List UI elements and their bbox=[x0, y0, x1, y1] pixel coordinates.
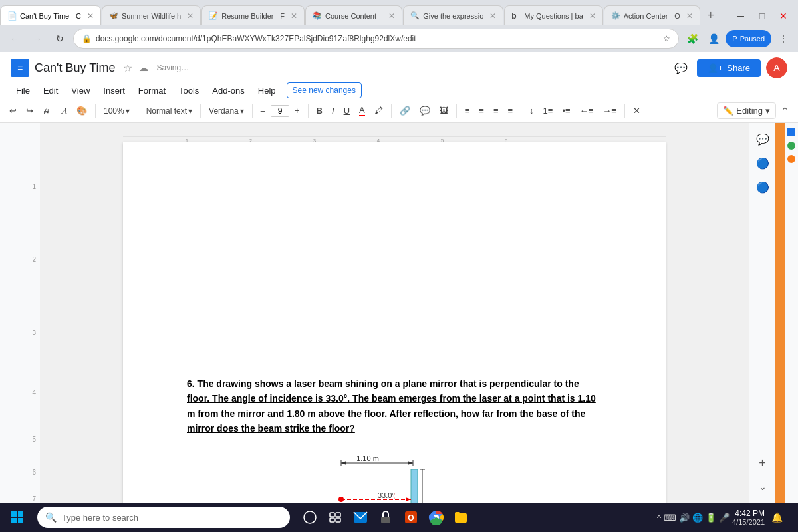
tray-sound[interactable]: 🔊 bbox=[679, 513, 690, 523]
clock[interactable]: 4:42 PM 4/15/2021 bbox=[732, 509, 765, 526]
undo-button[interactable]: ↩ bbox=[5, 103, 21, 118]
line-spacing-button[interactable]: ↕ bbox=[525, 103, 538, 118]
refresh-button[interactable]: ↻ bbox=[51, 29, 69, 48]
show-desktop-button[interactable] bbox=[789, 505, 793, 529]
see-new-changes-button[interactable]: See new changes bbox=[287, 82, 362, 98]
minimize-button[interactable]: ─ bbox=[732, 7, 750, 25]
editing-dropdown[interactable]: ✏️ Editing ▾ bbox=[717, 102, 776, 119]
tab-close-7[interactable]: ✕ bbox=[684, 11, 693, 21]
font-size-input[interactable]: 9 bbox=[271, 105, 289, 117]
increase-indent-button[interactable]: →≡ bbox=[598, 103, 620, 118]
comment-button[interactable]: 💬 bbox=[670, 57, 692, 78]
url-bar[interactable]: 🔒 docs.google.com/document/d/1pQhEBaWXYW… bbox=[73, 29, 679, 49]
tray-network[interactable]: 🌐 bbox=[692, 513, 703, 523]
print-button[interactable]: 🖨 bbox=[39, 103, 55, 118]
taskbar-chrome[interactable] bbox=[424, 505, 448, 529]
tab-cant-buy-time[interactable]: 📄 Can't Buy Time - C ✕ bbox=[0, 5, 101, 25]
taskbar-lock[interactable] bbox=[374, 505, 398, 529]
taskbar-task-view[interactable] bbox=[323, 505, 347, 529]
tab-close-2[interactable]: ✕ bbox=[184, 11, 194, 21]
profile-button[interactable]: 👤 bbox=[704, 29, 723, 48]
menu-addons[interactable]: Add-ons bbox=[207, 83, 249, 98]
tab-close-3[interactable]: ✕ bbox=[288, 11, 297, 21]
font-size-minus[interactable]: – bbox=[257, 103, 269, 118]
italic-button[interactable]: I bbox=[328, 103, 338, 118]
spellcheck-button[interactable]: 𝓐 bbox=[57, 103, 71, 119]
comment-thread-button[interactable]: 💬 bbox=[753, 130, 772, 148]
tab-close-6[interactable]: ✕ bbox=[587, 11, 596, 21]
new-tab-button[interactable]: + bbox=[701, 5, 721, 25]
expand-button[interactable]: ⌃ bbox=[777, 103, 793, 118]
taskbar-mail[interactable] bbox=[348, 505, 372, 529]
redo-button[interactable]: ↪ bbox=[22, 103, 37, 118]
sidebar-expand[interactable]: ⌄ bbox=[753, 477, 772, 496]
menu-help[interactable]: Help bbox=[253, 83, 281, 98]
menu-tools[interactable]: Tools bbox=[174, 83, 204, 98]
menu-edit[interactable]: Edit bbox=[38, 83, 63, 98]
sidebar-add-button[interactable]: + bbox=[753, 454, 772, 472]
taskbar-search[interactable]: 🔍 Type here to search bbox=[37, 507, 290, 528]
tray-keyboard[interactable]: ⌨ bbox=[664, 513, 676, 523]
bold-button[interactable]: B bbox=[313, 103, 327, 118]
menu-file[interactable]: File bbox=[11, 83, 35, 98]
comment-inline-button[interactable]: 💬 bbox=[416, 103, 434, 118]
menu-insert[interactable]: Insert bbox=[98, 83, 130, 98]
tab-close-5[interactable]: ✕ bbox=[487, 11, 496, 21]
tray-battery[interactable]: 🔋 bbox=[706, 513, 716, 523]
blue-icon-1[interactable] bbox=[787, 128, 795, 136]
tab-action-center[interactable]: ⚙️ Action Center - O ✕ bbox=[604, 5, 700, 25]
taskbar-office[interactable]: O bbox=[399, 505, 423, 529]
chat-button[interactable]: 🔵 bbox=[753, 154, 772, 172]
link-button[interactable]: 🔗 bbox=[396, 103, 414, 118]
blue-icon-3[interactable] bbox=[787, 155, 795, 163]
tray-mic[interactable]: 🎤 bbox=[719, 513, 730, 523]
blue-icon-2[interactable] bbox=[787, 142, 795, 150]
menu-view[interactable]: View bbox=[66, 83, 95, 98]
taskbar-cortana[interactable] bbox=[298, 505, 322, 529]
bookmark-button[interactable]: 🔵 bbox=[753, 178, 772, 196]
more-options-button[interactable]: ⋮ bbox=[774, 29, 793, 48]
tray-chevron[interactable]: ^ bbox=[657, 513, 661, 523]
align-right-button[interactable]: ≡ bbox=[489, 103, 503, 118]
list-ordered-button[interactable]: 1≡ bbox=[539, 103, 557, 118]
paused-button[interactable]: P Paused bbox=[726, 30, 771, 47]
notification-button[interactable]: 🔔 bbox=[767, 508, 786, 527]
tab-close-4[interactable]: ✕ bbox=[386, 11, 395, 21]
align-left-button[interactable]: ≡ bbox=[461, 103, 474, 118]
tab-summer-wildlife[interactable]: 🦋 Summer Wildlife h ✕ bbox=[102, 5, 201, 25]
font-size-plus[interactable]: + bbox=[291, 103, 304, 118]
align-justify-button[interactable]: ≡ bbox=[503, 103, 517, 118]
list-unordered-button[interactable]: •≡ bbox=[558, 103, 574, 118]
tab-resume-builder[interactable]: 📝 Resume Builder - F ✕ bbox=[201, 5, 305, 25]
star-doc-button[interactable]: ☆ bbox=[123, 62, 132, 74]
maximize-button[interactable]: □ bbox=[753, 7, 771, 25]
underline-button[interactable]: U bbox=[340, 103, 354, 118]
tab-close-1[interactable]: ✕ bbox=[84, 11, 94, 21]
page[interactable]: 6. The drawing shows a laser beam shinin… bbox=[123, 142, 666, 503]
decrease-indent-button[interactable]: ←≡ bbox=[576, 103, 598, 118]
tab-course-content[interactable]: 📚 Course Content – ✕ bbox=[305, 5, 402, 25]
share-button[interactable]: 👤+ Share bbox=[697, 59, 761, 77]
tab-expression[interactable]: 🔍 Give the expressio ✕ bbox=[403, 5, 503, 25]
star-icon[interactable]: ☆ bbox=[663, 34, 670, 43]
taskbar-files[interactable] bbox=[450, 505, 473, 529]
close-button[interactable]: ✕ bbox=[774, 7, 793, 25]
align-center-button[interactable]: ≡ bbox=[475, 103, 488, 118]
browser-actions: 🧩 👤 P Paused ⋮ bbox=[683, 29, 793, 48]
user-avatar[interactable]: A bbox=[766, 57, 787, 78]
forward-button[interactable]: → bbox=[28, 29, 47, 48]
clear-format-button[interactable]: ✕ bbox=[629, 103, 644, 118]
tab-my-questions[interactable]: b My Questions | ba ✕ bbox=[504, 5, 602, 25]
highlight-button[interactable]: 🖍 bbox=[370, 103, 387, 118]
doc-scroll[interactable]: 1 2 3 4 5 6 bbox=[40, 123, 749, 503]
back-button[interactable]: ← bbox=[5, 29, 24, 48]
font-dropdown[interactable]: Verdana ▾ bbox=[205, 104, 248, 118]
zoom-dropdown[interactable]: 100% ▾ bbox=[100, 104, 134, 118]
extensions-button[interactable]: 🧩 bbox=[683, 29, 702, 48]
paint-format-button[interactable]: 🎨 bbox=[72, 103, 91, 118]
style-dropdown[interactable]: Normal text ▾ bbox=[142, 104, 196, 118]
start-button[interactable] bbox=[5, 505, 29, 529]
image-button[interactable]: 🖼 bbox=[436, 103, 452, 118]
text-color-button[interactable]: A bbox=[355, 102, 369, 119]
menu-format[interactable]: Format bbox=[133, 83, 171, 98]
